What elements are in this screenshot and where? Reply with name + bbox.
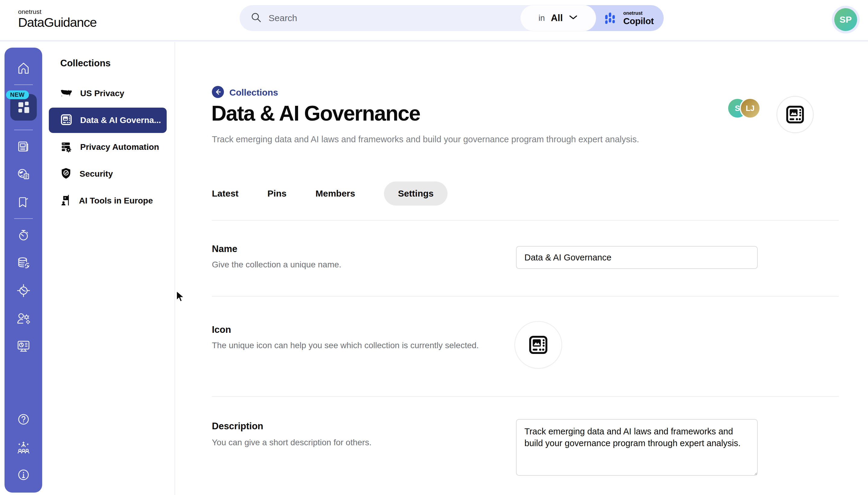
monitor-chart-icon[interactable] [4, 339, 42, 353]
tab-latest[interactable]: Latest [212, 188, 238, 199]
sidebar-item-label: US Privacy [80, 89, 124, 98]
brand-logo[interactable]: onetrust DataGuidance [18, 8, 97, 29]
collection-name-input[interactable] [516, 246, 758, 269]
collections-sidebar: Collections US Privacy Data & AI Governa… [42, 42, 175, 495]
chevron-down-icon [569, 15, 578, 21]
image-card-icon [528, 335, 549, 355]
copilot-logo-icon [603, 10, 619, 27]
sidebar-item-label: Data & AI Governa... [80, 116, 161, 125]
database-sync-icon[interactable] [4, 256, 42, 270]
tab-members[interactable]: Members [315, 188, 355, 199]
avatar: LJ [741, 99, 760, 118]
rail-divider [14, 218, 33, 219]
stopwatch-icon[interactable] [4, 228, 42, 242]
main-content: Collections Data & AI Governance Track e… [176, 42, 868, 495]
home-icon[interactable] [4, 61, 42, 75]
icon-field-help: The unique icon can help you see which c… [212, 341, 479, 350]
sidebar-item-label: AI Tools in Europe [79, 196, 153, 206]
rail-divider [14, 130, 33, 130]
name-field-label: Name [212, 243, 237, 254]
server-gear-icon [60, 140, 72, 154]
sidebar-item-ai-tools-europe[interactable]: AI Tools in Europe [49, 188, 167, 214]
collections-grid-icon[interactable]: NEW [10, 94, 37, 121]
search-bar: in All [240, 5, 664, 31]
sidebar-item-privacy-automation[interactable]: Privacy Automation [49, 134, 167, 160]
sidebar-item-security[interactable]: Security [49, 161, 167, 187]
community-icon[interactable] [4, 440, 42, 455]
sidebar-item-data-ai-governance[interactable]: Data & AI Governa... [49, 108, 167, 133]
description-field-label: Description [212, 421, 263, 432]
user-avatar[interactable]: SP [834, 8, 857, 31]
search-icon [250, 12, 262, 24]
collection-icon-badge [776, 96, 814, 133]
new-badge: NEW [6, 90, 29, 99]
news-icon[interactable] [4, 139, 42, 154]
back-to-collections-link[interactable]: Collections [212, 86, 278, 99]
sidebar-item-label: Privacy Automation [80, 142, 159, 152]
brand-company: onetrust [18, 8, 97, 15]
name-field-help: Give the collection a unique name. [212, 260, 342, 270]
section-divider [212, 396, 839, 397]
section-divider [212, 296, 839, 297]
brand-product: DataGuidance [18, 16, 97, 29]
scope-value: All [551, 13, 563, 23]
scope-prefix: in [539, 14, 545, 23]
sidebar-item-us-privacy[interactable]: US Privacy [49, 81, 167, 106]
back-link-label: Collections [229, 87, 278, 98]
back-arrow-icon [212, 86, 224, 99]
bookmark-icon[interactable] [4, 195, 42, 209]
copilot-label: Copilot [623, 17, 654, 25]
search-scope-dropdown[interactable]: in All [521, 5, 596, 31]
tab-bar: Latest Pins Members Settings [212, 182, 448, 206]
target-clock-icon[interactable] [4, 284, 42, 298]
member-avatars[interactable]: S LJ [728, 99, 760, 118]
collection-description-textarea[interactable]: Track emerging data and AI laws and fram… [516, 419, 758, 476]
search-input[interactable] [268, 13, 521, 23]
section-divider [212, 220, 839, 221]
tab-pins[interactable]: Pins [267, 188, 286, 199]
tab-settings[interactable]: Settings [384, 182, 447, 206]
collection-icon-button[interactable] [515, 321, 562, 369]
flag-person-icon [60, 194, 71, 207]
sidebar-heading: Collections [60, 58, 110, 69]
info-icon[interactable] [4, 467, 42, 482]
collections-list: US Privacy Data & AI Governa... Privacy … [49, 81, 167, 214]
user-initials: SP [839, 15, 852, 25]
description-field-help: You can give a short description for oth… [212, 438, 371, 447]
shield-check-icon [60, 167, 72, 181]
app-root: onetrust DataGuidance in All [0, 0, 868, 495]
copilot-brand: onetrust [623, 11, 654, 16]
icon-field-label: Icon [212, 324, 231, 335]
help-icon[interactable] [4, 412, 42, 427]
top-bar: onetrust DataGuidance in All [0, 0, 868, 41]
page-title: Data & AI Governance [211, 101, 420, 125]
us-map-icon [60, 88, 72, 99]
sidebar-item-label: Security [80, 169, 113, 179]
icon-rail: NEW [4, 48, 42, 493]
user-gears-icon[interactable] [4, 311, 42, 326]
page-subtitle: Track emerging data and AI laws and fram… [212, 133, 640, 146]
image-card-icon [785, 105, 805, 124]
image-card-icon [60, 114, 72, 127]
rail-divider [14, 84, 33, 85]
globe-document-icon[interactable] [4, 167, 42, 182]
